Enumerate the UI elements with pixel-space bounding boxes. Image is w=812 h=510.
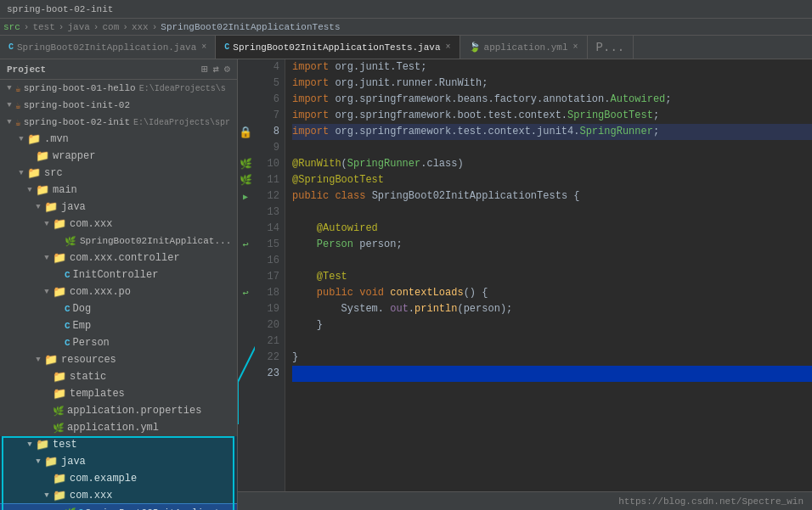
tab-more[interactable]: P...: [588, 36, 634, 59]
code-line-15: Person person;: [292, 237, 812, 253]
breadcrumb-java[interactable]: java: [67, 22, 89, 32]
tree-item-wrapper[interactable]: ▶ 📁 wrapper: [0, 148, 237, 165]
code-line-17: @Test: [292, 269, 812, 285]
sidebar-header-icons: ⊞ ⇄ ⚙: [201, 63, 230, 76]
tree-item-resources[interactable]: ▼ 📁 resources: [0, 351, 237, 368]
tab-main-java[interactable]: C SpringBoot02InitApplication.java ×: [0, 36, 216, 59]
window-title: spring-boot-02-init: [7, 4, 113, 14]
sidebar-title: Project: [7, 64, 46, 75]
title-bar: spring-boot-02-init: [0, 0, 812, 19]
tab-test-java[interactable]: C SpringBoot02InitApplicationTests.java …: [216, 36, 460, 59]
sidebar-icon-gear[interactable]: ⚙: [224, 63, 230, 76]
line-numbers: 4 5 6 7 8 9 10 11 12 13 14 15 16 17 18 1…: [253, 59, 285, 491]
code-line-13: [292, 205, 812, 221]
breadcrumb-bar: src › test › java › com › xxx › SpringBo…: [0, 19, 812, 36]
code-line-11: @SpringBootTest: [292, 172, 812, 188]
tree-item-init02[interactable]: ▼ ☕ spring-boot-init-02: [0, 97, 237, 114]
tree-item-person[interactable]: ▶ C Person: [0, 334, 237, 351]
tree-item-mvn[interactable]: ▼ 📁 .mvn: [0, 131, 237, 148]
breadcrumb-com[interactable]: com: [102, 22, 119, 32]
code-line-4: import org.junit.Test;: [292, 59, 812, 76]
tree-item-main-app[interactable]: ▶ 🌿 SpringBoot02InitApplicat...: [0, 233, 237, 249]
editor: 🔒 🌿 🌿 ▶ ↩ ↩ 4 5 6: [238, 59, 812, 510]
code-line-7: import org.springframework.boot.test.con…: [292, 108, 812, 124]
code-line-5: import org.junit.runner.RunWith;: [292, 76, 812, 92]
tree-item-comxxx[interactable]: ▼ 📁 com.xxx: [0, 216, 237, 233]
status-bar: https://blog.csdn.net/Spectre_win: [238, 491, 812, 510]
tree-item-test-comxxx[interactable]: ▼ 📁 com.xxx: [0, 487, 237, 504]
breadcrumb-src[interactable]: src: [3, 22, 20, 32]
code-line-16: [292, 253, 812, 269]
tree-item-comexample[interactable]: ▶ 📁 com.example: [0, 470, 237, 487]
tree-container: ▼ ☕ spring-boot-01-hello E:\IdeaProjects…: [0, 80, 237, 510]
sidebar: Project ⊞ ⇄ ⚙ ▼ ☕ spring-boot-01-hello E…: [0, 59, 238, 510]
code-line-14: @Autowired: [292, 221, 812, 237]
tree-item-app-props[interactable]: ▶ 🌿 application.properties: [0, 402, 237, 419]
code-line-12: public class SpringBoot02InitApplication…: [292, 188, 812, 205]
code-line-10: @RunWith(SpringRunner.class): [292, 156, 812, 172]
code-line-6: import org.springframework.beans.factory…: [292, 92, 812, 108]
main-layout: Project ⊞ ⇄ ⚙ ▼ ☕ spring-boot-01-hello E…: [0, 59, 812, 510]
tree-item-01hello[interactable]: ▼ ☕ spring-boot-01-hello E:\IdeaProjects…: [0, 80, 237, 97]
sidebar-icon-1[interactable]: ⊞: [201, 63, 207, 76]
tree-item-test-java[interactable]: ▼ 📁 java: [0, 453, 237, 470]
code-line-20: }: [292, 317, 812, 333]
code-line-23: [292, 366, 812, 382]
tree-item-test-class[interactable]: ▶ 🌿 C SpringBoot02InitApplicat...: [0, 504, 237, 510]
breadcrumb-xxx[interactable]: xxx: [132, 22, 149, 32]
breadcrumb-class[interactable]: SpringBoot02InitApplicationTests: [161, 22, 340, 32]
tree-item-static[interactable]: ▶ 📁 static: [0, 368, 237, 385]
code-line-8: import org.springframework.test.context.…: [292, 124, 812, 140]
tree-item-test[interactable]: ▼ 📁 test: [0, 436, 237, 453]
tab-yaml[interactable]: 🍃 application.yml ×: [460, 36, 588, 59]
tree-item-main[interactable]: ▼ 📁 main: [0, 182, 237, 199]
tree-item-dog[interactable]: ▶ C Dog: [0, 300, 237, 317]
tree-item-templates[interactable]: ▶ 📁 templates: [0, 385, 237, 402]
tree-item-emp[interactable]: ▶ C Emp: [0, 317, 237, 334]
sidebar-icon-2[interactable]: ⇄: [213, 63, 219, 76]
gutter: 🔒 🌿 🌿 ▶ ↩ ↩: [238, 59, 253, 491]
tree-item-controller[interactable]: ▼ 📁 com.xxx.controller: [0, 249, 237, 266]
code-line-22: }: [292, 350, 812, 366]
sidebar-header: Project ⊞ ⇄ ⚙: [0, 59, 237, 80]
tree-item-po[interactable]: ▼ 📁 com.xxx.po: [0, 283, 237, 300]
tree-item-java[interactable]: ▼ 📁 java: [0, 199, 237, 216]
code-line-19: System. out.println(person);: [292, 301, 812, 317]
blog-url: https://blog.csdn.net/Spectre_win: [618, 496, 804, 507]
tree-item-app-yml[interactable]: ▶ 🌿 application.yml: [0, 419, 237, 436]
tree-item-02init[interactable]: ▼ ☕ spring-boot-02-init E:\IdeaProjects\…: [0, 114, 237, 131]
code-line-9: [292, 140, 812, 156]
code-area[interactable]: import org.junit.Test; import org.junit.…: [285, 59, 812, 491]
tree-item-src[interactable]: ▼ 📁 src: [0, 165, 237, 182]
code-line-18: public void contextLoads() {: [292, 285, 812, 301]
editor-content: 🔒 🌿 🌿 ▶ ↩ ↩ 4 5 6: [238, 59, 812, 491]
breadcrumb-test[interactable]: test: [32, 22, 54, 32]
tab-bar: C SpringBoot02InitApplication.java × C S…: [0, 36, 812, 59]
code-line-21: [292, 333, 812, 350]
tree-item-initcontroller[interactable]: ▶ C InitController: [0, 266, 237, 283]
